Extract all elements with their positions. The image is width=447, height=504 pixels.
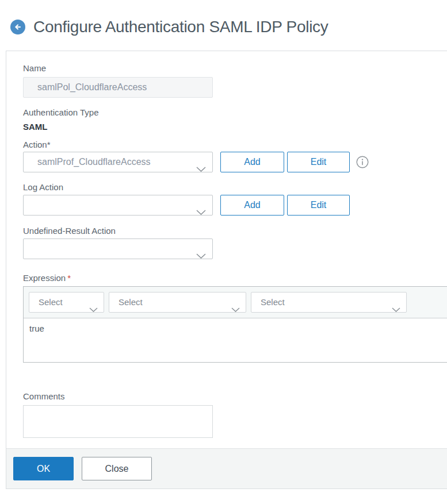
expression-label: Expression* bbox=[23, 273, 447, 283]
log-action-select[interactable] bbox=[23, 195, 213, 216]
action-select-value: samlProf_CloudflareAccess bbox=[37, 157, 151, 167]
chevron-down-icon bbox=[196, 160, 206, 172]
close-button[interactable]: Close bbox=[82, 457, 152, 480]
comments-textarea[interactable] bbox=[23, 405, 213, 438]
chevron-down-icon bbox=[392, 300, 400, 320]
required-asterisk: * bbox=[67, 273, 71, 283]
action-label: Action* bbox=[23, 140, 447, 150]
log-action-edit-button[interactable]: Edit bbox=[287, 195, 350, 216]
form-panel: Name samlPol_CloudflareAccess Authentica… bbox=[6, 51, 447, 489]
comments-label: Comments bbox=[23, 391, 447, 402]
back-button[interactable] bbox=[10, 20, 25, 34]
expression-builder: Select Select Sele bbox=[23, 286, 447, 363]
ok-button[interactable]: OK bbox=[13, 457, 74, 480]
expression-operator-select-2[interactable]: Select bbox=[109, 292, 246, 313]
page-header: Configure Authentication SAML IDP Policy bbox=[0, 0, 447, 51]
chevron-down-icon bbox=[196, 247, 206, 259]
log-action-add-button[interactable]: Add bbox=[220, 195, 284, 216]
action-edit-button[interactable]: Edit bbox=[287, 152, 350, 172]
form-footer: OK Close bbox=[6, 448, 447, 488]
name-field: samlPol_CloudflareAccess bbox=[23, 77, 213, 98]
undefined-result-action-label: Undefined-Result Action bbox=[23, 226, 447, 236]
name-label: Name bbox=[23, 63, 447, 74]
expression-operator-select-1[interactable]: Select bbox=[29, 292, 104, 313]
chevron-down-icon bbox=[196, 203, 206, 216]
chevron-down-icon bbox=[231, 300, 240, 320]
action-select[interactable]: samlProf_CloudflareAccess bbox=[23, 152, 213, 172]
info-icon[interactable] bbox=[356, 156, 369, 168]
arrow-left-icon bbox=[13, 22, 22, 32]
chevron-down-icon bbox=[89, 300, 98, 320]
log-action-label: Log Action bbox=[23, 182, 447, 193]
undefined-result-action-select[interactable] bbox=[23, 238, 213, 259]
page-title: Configure Authentication SAML IDP Policy bbox=[33, 18, 328, 36]
action-add-button[interactable]: Add bbox=[220, 152, 284, 172]
authentication-type-value: SAML bbox=[23, 122, 447, 132]
authentication-type-label: Authentication Type bbox=[23, 107, 447, 118]
expression-editor[interactable]: true bbox=[24, 318, 447, 362]
expression-toolbar: Select Select Sele bbox=[24, 287, 447, 318]
expression-operator-select-3[interactable]: Select bbox=[251, 292, 407, 313]
